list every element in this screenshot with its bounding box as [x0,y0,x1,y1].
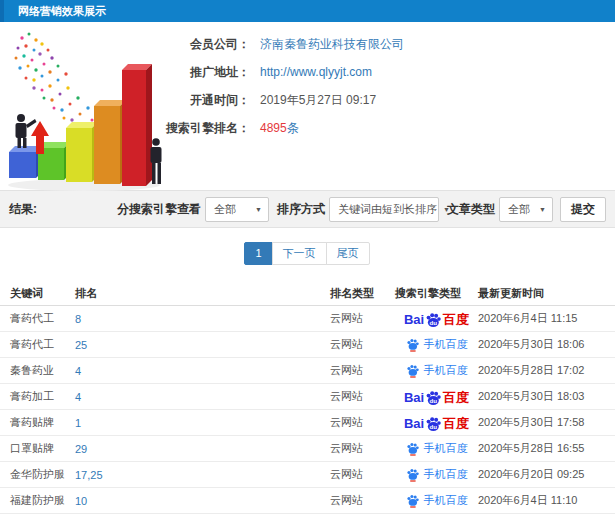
table-row: 金华防护服 17,25 云网站 手机百度 2020年6月20日 09:25 [0,462,615,488]
info-row-open-time: 开通时间： 2019年5月27日 09:17 [162,92,615,108]
engine-view-select[interactable]: 全部 ▼ [205,197,269,222]
baidu-logo: Bai du 百度 [404,415,469,431]
titlebar: 网络营销效果展示 [0,0,615,22]
date-cell: 2020年6月4日 11:15 [478,311,615,326]
header-engine-type: 搜索引擎类型 [395,286,478,301]
page-1-button[interactable]: 1 [244,242,272,265]
table-row: 福建防护服 10 云网站 手机百度 2020年6月4日 11:10 [0,488,615,514]
rank-link[interactable]: 4 [75,365,81,377]
table-header-row: 关键词 排名 排名类型 搜索引擎类型 最新更新时间 [0,281,615,306]
baidu-logo-bai-text: Bai [404,416,424,431]
rank-count-value: 4895条 [260,120,299,137]
summary-section: 会员公司： 济南秦鲁药业科技有限公司 推广地址： http://www.qlyy… [0,22,615,190]
rank-type-cell: 云网站 [330,337,395,352]
mobile-baidu-logo: 手机百度 [406,441,468,456]
page-title: 网络营销效果展示 [18,5,106,17]
engine-cell: 手机百度 [395,441,478,456]
baidu-paw-icon: du [425,389,442,406]
rank-link[interactable]: 10 [75,495,87,507]
pagination: 1 下一页 尾页 [0,242,615,265]
rank-link[interactable]: 1 [75,417,81,429]
engine-cell: Bai du 百度 [395,389,478,405]
mobile-baidu-label: 手机百度 [424,493,468,508]
results-label: 结果: [9,201,37,218]
rank-type-cell: 云网站 [330,493,395,508]
sort-select[interactable]: 关键词由短到长排序 ▼ [329,197,439,222]
rank-type-cell: 云网站 [330,467,395,482]
header-update-time: 最新更新时间 [478,286,615,301]
growth-chart-image [4,28,162,193]
results-table-body: 膏药代工 8 云网站 Bai du 百度 2020年6月4日 11:15 膏药代… [0,306,615,520]
mobile-baidu-label: 手机百度 [424,363,468,378]
engine-view-selected: 全部 [214,202,236,217]
table-row: 膏药代工 8 云网站 Bai du 百度 2020年6月4日 11:15 [0,306,615,332]
article-type-selected: 全部 [508,202,530,217]
date-cell: 2020年5月28日 16:55 [478,441,615,456]
open-time-label: 开通时间： [162,92,250,109]
mobile-baidu-paw-icon [406,493,420,508]
next-page-button[interactable]: 下一页 [272,242,327,265]
rank-link[interactable]: 29 [75,443,87,455]
mobile-baidu-label: 手机百度 [424,337,468,352]
keyword-cell: 膏药代工 [0,337,75,352]
baidu-logo-cn-text: 百度 [443,416,469,431]
businessman-right [151,138,162,184]
mobile-baidu-label: 手机百度 [424,441,468,456]
table-row: 口罩贴牌 29 云网站 手机百度 2020年5月28日 16:55 [0,436,615,462]
businessman-left [16,114,37,148]
rank-type-cell: 云网站 [330,441,395,456]
baidu-logo-cn-text: 百度 [443,312,469,327]
baidu-logo-bai-text: Bai [404,312,424,327]
results-table: 关键词 排名 排名类型 搜索引擎类型 最新更新时间 膏药代工 8 云网站 Bai… [0,281,615,520]
keyword-cell: 膏药代工 [0,311,75,326]
table-row: 膏药贴牌 1 云网站 Bai du 百度 2020年5月30日 17:58 [0,410,615,436]
engine-cell: 手机百度 [395,337,478,352]
table-row: Bai du 百度 [0,514,615,520]
baidu-logo-bai-text: Bai [404,390,424,405]
rank-link[interactable]: 17,25 [75,469,103,481]
bar-red [122,64,152,186]
article-type-label: 文章类型 [447,201,495,218]
header-keyword: 关键词 [0,286,75,301]
engine-cell: 手机百度 [395,467,478,482]
promo-url-link[interactable]: http://www.qlyyjt.com [260,65,372,79]
info-row-rank-count: 搜索引擎排名： 4895条 [162,120,615,136]
rank-count-label: 搜索引擎排名： [162,120,250,137]
rank-link[interactable]: 25 [75,339,87,351]
mobile-baidu-paw-icon [406,467,420,482]
rank-count-number: 4895 [260,121,287,135]
baidu-logo: Bai du 百度 [404,311,469,327]
date-cell: 2020年5月30日 17:58 [478,415,615,430]
last-page-button[interactable]: 尾页 [326,242,370,265]
rank-type-cell: 云网站 [330,389,395,404]
confetti-dots [15,33,94,122]
submit-button[interactable]: 提交 [560,197,606,222]
svg-text:du: du [430,396,438,403]
rank-link[interactable]: 8 [75,313,81,325]
chevron-down-icon: ▼ [255,206,262,213]
rank-link[interactable]: 4 [75,391,81,403]
header-rank-type: 排名类型 [330,286,395,301]
mobile-baidu-paw-icon [406,441,420,456]
mobile-baidu-logo: 手机百度 [406,363,468,378]
date-cell: 2020年6月4日 11:10 [478,493,615,508]
info-row-company: 会员公司： 济南秦鲁药业科技有限公司 [162,36,615,52]
date-cell: 2020年5月30日 18:06 [478,337,615,352]
open-time-value: 2019年5月27日 09:17 [260,92,376,109]
engine-cell: 手机百度 [395,363,478,378]
engine-cell: Bai du 百度 [395,311,478,327]
mobile-baidu-paw-icon [406,337,420,352]
info-row-url: 推广地址： http://www.qlyyjt.com [162,64,615,80]
chevron-down-icon: ▼ [539,206,546,213]
filter-bar: 结果: 分搜索引擎查看 全部 ▼ 排序方式 关键词由短到长排序 ▼ 文章类型 全… [0,190,615,228]
table-row: 秦鲁药业 4 云网站 手机百度 2020年5月28日 17:02 [0,358,615,384]
bar-yellow [66,122,98,182]
baidu-paw-icon: du [425,311,442,328]
member-company-value[interactable]: 济南秦鲁药业科技有限公司 [260,36,404,53]
account-info: 会员公司： 济南秦鲁药业科技有限公司 推广地址： http://www.qlyy… [162,22,615,190]
header-rank: 排名 [75,286,330,301]
promo-url-label: 推广地址： [162,64,250,81]
article-type-select[interactable]: 全部 ▼ [499,197,553,222]
mobile-baidu-logo: 手机百度 [406,467,468,482]
mobile-baidu-logo: 手机百度 [406,493,468,508]
